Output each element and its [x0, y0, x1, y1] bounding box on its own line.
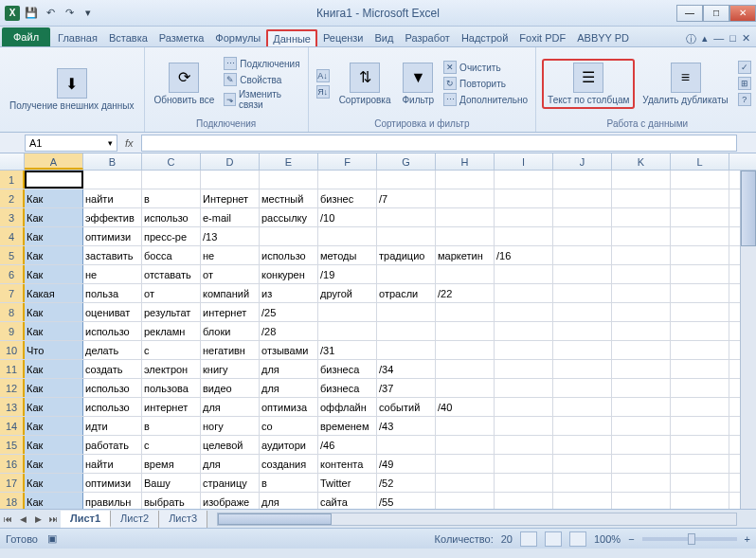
column-header[interactable]: D: [201, 153, 260, 170]
remove-duplicates-button[interactable]: ≡ Удалить дубликаты: [639, 61, 731, 107]
refresh-all-button[interactable]: ⟳ Обновить все: [151, 61, 219, 107]
cell[interactable]: создания: [260, 455, 318, 473]
cell[interactable]: [553, 436, 612, 454]
cell[interactable]: польза: [83, 284, 142, 302]
row-header[interactable]: 4: [0, 227, 25, 245]
cell[interactable]: [671, 189, 729, 207]
cell[interactable]: для: [201, 398, 260, 416]
cell[interactable]: /37: [377, 379, 436, 397]
cell[interactable]: выбрать: [142, 493, 201, 509]
cell[interactable]: Как: [25, 227, 83, 245]
cell[interactable]: [671, 227, 729, 245]
column-header[interactable]: E: [260, 153, 318, 170]
tab-разметка[interactable]: Разметка: [153, 29, 210, 46]
cell[interactable]: Как: [25, 189, 83, 207]
cell[interactable]: Интернет: [201, 189, 260, 207]
row-header[interactable]: 10: [0, 341, 25, 359]
properties-button[interactable]: ✎Свойства: [222, 72, 301, 87]
cell[interactable]: [612, 474, 671, 492]
sheet-tab[interactable]: Лист3: [159, 511, 207, 528]
cell[interactable]: [671, 171, 729, 189]
cell[interactable]: использо: [83, 379, 142, 397]
row-header[interactable]: 14: [0, 417, 25, 435]
cell[interactable]: [436, 322, 495, 340]
row-header[interactable]: 11: [0, 360, 25, 378]
column-header[interactable]: K: [612, 153, 671, 170]
cell[interactable]: Как: [25, 398, 83, 416]
cell[interactable]: [553, 493, 612, 509]
cell[interactable]: заставить: [83, 246, 142, 264]
cell[interactable]: событий: [377, 398, 436, 416]
row-header[interactable]: 18: [0, 493, 25, 509]
cell[interactable]: целевой: [201, 436, 260, 454]
cell[interactable]: [553, 379, 612, 397]
cell[interactable]: [553, 474, 612, 492]
cell[interactable]: /49: [377, 455, 436, 473]
column-header[interactable]: C: [142, 153, 201, 170]
zoom-in-button[interactable]: +: [745, 533, 750, 545]
horizontal-scrollbar[interactable]: [217, 513, 737, 526]
cell[interactable]: интернет: [142, 398, 201, 416]
tab-главная[interactable]: Главная: [52, 29, 103, 46]
cell[interactable]: [553, 322, 612, 340]
cell[interactable]: /31: [318, 341, 377, 359]
cell[interactable]: оцениват: [83, 303, 142, 321]
cell[interactable]: найти: [83, 455, 142, 473]
cell[interactable]: от: [201, 265, 260, 283]
cell[interactable]: для: [260, 493, 318, 509]
cell[interactable]: [671, 493, 729, 509]
cell[interactable]: Как: [25, 436, 83, 454]
cell[interactable]: [553, 341, 612, 359]
cell[interactable]: [612, 189, 671, 207]
cell[interactable]: [495, 265, 553, 283]
column-header[interactable]: F: [318, 153, 377, 170]
zoom-slider[interactable]: [642, 537, 737, 541]
redo-icon[interactable]: ↷: [61, 5, 78, 22]
cell[interactable]: бизнес: [318, 189, 377, 207]
cell[interactable]: сайта: [318, 493, 377, 509]
zoom-out-button[interactable]: −: [628, 533, 634, 545]
connections-button[interactable]: ⋯Подключения: [222, 56, 301, 71]
cell[interactable]: [671, 379, 729, 397]
cell[interactable]: со: [260, 417, 318, 435]
cell[interactable]: делать: [83, 341, 142, 359]
hscroll-thumb[interactable]: [218, 513, 332, 525]
qat-dropdown-icon[interactable]: ▾: [80, 5, 97, 22]
cell[interactable]: [436, 189, 495, 207]
cell[interactable]: [612, 436, 671, 454]
cell[interactable]: [495, 171, 553, 189]
cell[interactable]: бизнеса: [318, 360, 377, 378]
cell[interactable]: [495, 303, 553, 321]
cell[interactable]: бизнеса: [318, 379, 377, 397]
cell[interactable]: [495, 436, 553, 454]
cell[interactable]: [553, 303, 612, 321]
cell[interactable]: /46: [318, 436, 377, 454]
cell[interactable]: [495, 189, 553, 207]
cell[interactable]: [318, 227, 377, 245]
cell[interactable]: [436, 303, 495, 321]
cell[interactable]: для: [260, 379, 318, 397]
cell[interactable]: с: [142, 341, 201, 359]
cell[interactable]: Как: [25, 379, 83, 397]
cell[interactable]: Как: [25, 455, 83, 473]
save-icon[interactable]: 💾: [23, 5, 40, 22]
cell[interactable]: [436, 455, 495, 473]
cell[interactable]: [612, 398, 671, 416]
cell[interactable]: [495, 455, 553, 473]
cell[interactable]: [671, 417, 729, 435]
row-header[interactable]: 7: [0, 284, 25, 302]
cell[interactable]: [436, 341, 495, 359]
row-header[interactable]: 1: [0, 171, 25, 189]
cell[interactable]: Что: [25, 341, 83, 359]
cell[interactable]: электрон: [142, 360, 201, 378]
cell[interactable]: не: [201, 246, 260, 264]
cell[interactable]: [495, 417, 553, 435]
cell[interactable]: /22: [436, 284, 495, 302]
cell[interactable]: /55: [377, 493, 436, 509]
cell[interactable]: Как: [25, 208, 83, 226]
cell[interactable]: [495, 398, 553, 416]
help-icon[interactable]: ⓘ: [686, 32, 696, 46]
cell[interactable]: [553, 189, 612, 207]
vertical-scrollbar[interactable]: [740, 171, 756, 509]
cell[interactable]: контента: [318, 455, 377, 473]
